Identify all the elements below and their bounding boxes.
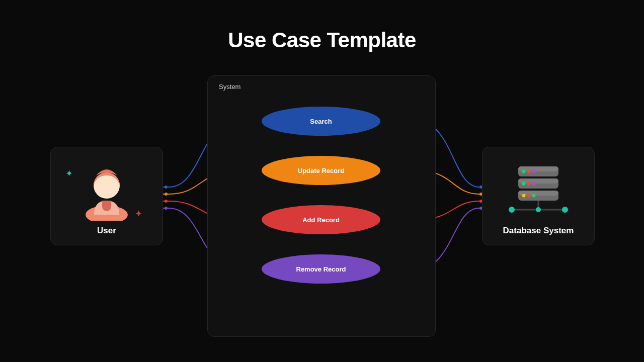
svg-point-2 — [165, 193, 168, 196]
svg-point-0 — [165, 186, 168, 189]
page-title: Use Case Template — [0, 28, 644, 52]
actor-user-panel: User — [50, 147, 163, 245]
database-label: Database System — [503, 226, 574, 236]
svg-point-27 — [532, 182, 536, 186]
svg-point-26 — [527, 182, 531, 186]
usecase-remove: Remove Record — [262, 254, 380, 284]
svg-point-37 — [562, 207, 568, 213]
svg-point-6 — [165, 207, 168, 210]
user-icon — [79, 160, 134, 221]
system-label: System — [219, 83, 240, 90]
sparkle-icon: ✦ — [135, 208, 142, 219]
actor-user-label: User — [97, 226, 116, 236]
sparkle-icon: ✦ — [65, 168, 73, 179]
svg-point-21 — [527, 170, 531, 173]
svg-point-31 — [527, 194, 531, 198]
database-panel: Database System — [482, 147, 595, 245]
svg-point-36 — [536, 207, 541, 212]
usecase-add: Add Record — [262, 205, 380, 234]
svg-point-32 — [532, 194, 536, 198]
database-icon — [506, 161, 571, 222]
svg-point-25 — [522, 182, 526, 186]
svg-point-35 — [509, 207, 515, 213]
svg-point-30 — [522, 194, 526, 198]
svg-point-22 — [532, 170, 536, 173]
usecase-search: Search — [262, 107, 380, 136]
svg-point-4 — [165, 200, 168, 203]
usecase-update: Update Record — [262, 156, 380, 185]
svg-point-20 — [522, 170, 526, 173]
